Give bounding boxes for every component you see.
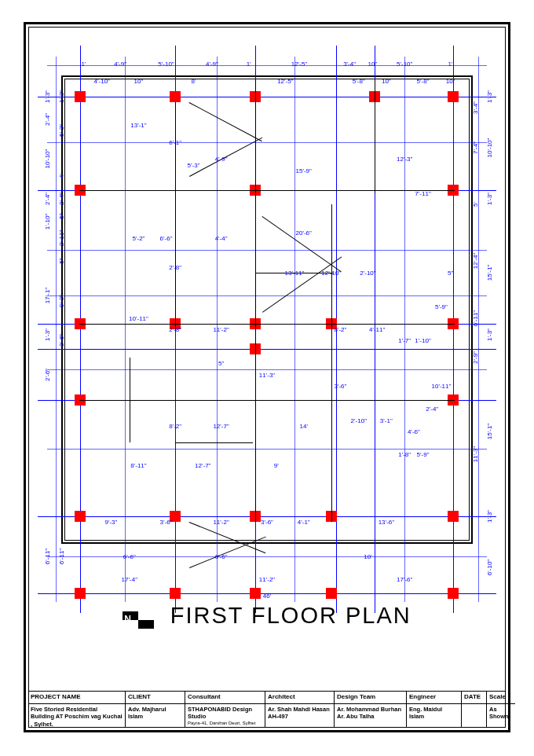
dimension-label: 2'-8" xyxy=(169,263,181,270)
dimension-label: 1'-7" xyxy=(398,337,411,344)
column-marker xyxy=(75,511,86,522)
dimension-label: 1'-10" xyxy=(415,337,430,344)
dimension-label: 6'-6" xyxy=(123,552,136,560)
dimension-label: 1'-3" xyxy=(43,90,50,103)
dimension-label: 5'-8" xyxy=(417,77,430,84)
tb-val-date xyxy=(462,704,487,728)
dimension-label: 6'-10" xyxy=(486,560,493,575)
dimension-label: 5'-8" xyxy=(353,77,365,84)
column-marker xyxy=(75,91,86,102)
column-marker xyxy=(448,588,459,599)
dimension-label: 15'-9" xyxy=(296,167,312,174)
dimension-label: 5" xyxy=(58,213,65,218)
tb-val-architect: Ar. Shah Mahdi HasanAH-497 xyxy=(265,704,335,728)
dimension-label: 1' xyxy=(247,61,251,68)
dimension-label: 2'-4" xyxy=(43,113,50,126)
grid-line-v xyxy=(80,46,81,613)
dimension-label: 2'-4" xyxy=(426,406,438,413)
column-marker xyxy=(448,511,459,522)
dimension-label: 10" xyxy=(446,77,455,84)
dimension-label: 2'-6" xyxy=(43,369,50,381)
plan-title-text: FIRST FLOOR PLAN xyxy=(170,603,411,628)
tb-val-consultant: STHAPONABID Design Studio Payra-41, Dars… xyxy=(185,704,265,728)
dimension-label: 17'-4" xyxy=(122,575,137,582)
dimension-label: 10'-11" xyxy=(129,314,148,321)
tb-val-designteam: Ar. Mohammad BurhanAr. Abu Talha xyxy=(335,704,407,728)
dimension-label: 15'-1" xyxy=(486,424,493,439)
dimension-label: 13'-1" xyxy=(130,122,146,129)
dimension-label: 8'-2" xyxy=(334,326,346,333)
dimension-label: 1' xyxy=(448,61,453,68)
tb-hdr-project: PROJECT NAME xyxy=(28,692,126,704)
tb-hdr-designteam: Design Team xyxy=(335,692,407,704)
dimension-label: 9' xyxy=(274,462,279,469)
dimension-label: 1'-3" xyxy=(486,193,493,205)
dimension-label: 5'-3" xyxy=(188,161,200,168)
dimension-label: 1'-3" xyxy=(486,510,493,523)
dimension-label: 12'-10" xyxy=(321,269,341,276)
dimension-label: 2'-9" xyxy=(471,351,478,364)
tb-hdr-client: CLIENT xyxy=(126,692,185,704)
dimension-label: 5'-2" xyxy=(133,235,145,242)
grid-line-h xyxy=(38,349,496,350)
column-marker xyxy=(75,588,86,599)
tb-val-client: Adv. Majharul Islam xyxy=(126,704,185,728)
dimension-label: 12'-5" xyxy=(291,61,307,68)
dimension-label: 6'-6" xyxy=(215,552,228,560)
dimension-label: 5" xyxy=(448,269,453,276)
dimension-label: 13'-11" xyxy=(285,269,305,276)
dimension-label: 2'-4" xyxy=(43,193,50,205)
dimension-label: 6'-11" xyxy=(58,549,65,564)
grid-line-h xyxy=(38,516,496,517)
dimension-label: 3'-6" xyxy=(58,334,65,347)
dimension-label: 3'-1" xyxy=(380,417,393,424)
tb-val-scale: As Shown xyxy=(487,704,515,728)
dimension-label: 3'-4" xyxy=(471,101,478,114)
column-marker xyxy=(448,91,459,102)
dimension-label: 4'-11" xyxy=(369,326,385,333)
dimension-label: 4'-6" xyxy=(408,428,420,435)
dimension-label: 8'-2" xyxy=(169,422,181,429)
dimension-label: 1'-3" xyxy=(58,90,65,103)
dimension-label: 17'-1" xyxy=(43,287,50,303)
dimension-label: 4'-1" xyxy=(298,519,310,526)
dimension-label: 6'-6" xyxy=(160,235,173,242)
dimension-label: 5' xyxy=(471,202,478,207)
dimension-label: 17'-6" xyxy=(397,575,412,582)
dimension-label: 2'-10" xyxy=(351,417,367,424)
dimension-label: 5'-10" xyxy=(397,61,412,68)
dimension-label: 1'-8" xyxy=(398,450,411,457)
dimension-label: 1'-3" xyxy=(43,328,50,341)
north-arrow-icon: N xyxy=(123,611,160,629)
dimension-label: 12'-7" xyxy=(195,462,210,469)
dimension-label: 5'-3" xyxy=(58,124,65,137)
dimension-label: 2'-11" xyxy=(58,230,65,246)
dimension-label: 11'-3" xyxy=(259,371,275,378)
dimension-label: 6'-11" xyxy=(471,310,478,325)
dimension-label: 5" xyxy=(58,259,65,264)
dimension-label: 9'-3" xyxy=(58,295,65,307)
dimension-label: 2'-4" xyxy=(58,193,65,205)
dimension-label: 12'-4" xyxy=(471,253,478,269)
dimension-label: 4'-9" xyxy=(114,61,126,68)
dimension-label: 12'-5" xyxy=(277,77,293,84)
dimension-label: 4'-10" xyxy=(94,77,110,84)
dimension-label: 2'-10" xyxy=(360,269,375,276)
dimension-label: 1' xyxy=(81,61,86,68)
dimension-label: 11'-2" xyxy=(213,519,229,526)
dimension-label: 11'-2" xyxy=(213,326,229,333)
dimension-label: 3'-4" xyxy=(343,61,356,68)
dimension-label: 4'-4" xyxy=(215,235,228,242)
dimension-label: 10'-11" xyxy=(431,383,451,390)
dimension-label: 8'-11" xyxy=(130,462,146,469)
column-marker xyxy=(170,91,181,102)
tb-hdr-architect: Architect xyxy=(265,692,335,704)
dimension-label: 10" xyxy=(134,77,144,84)
grid-line-v xyxy=(453,46,454,613)
dimension-label: 9'-3" xyxy=(104,519,117,526)
dimension-label: 5'-9" xyxy=(435,303,448,310)
dimension-label: 4'-9" xyxy=(206,61,218,68)
dimension-label: 5'-10" xyxy=(158,61,174,68)
dimension-label: 5'-9" xyxy=(417,450,430,457)
tb-hdr-scale: Scale xyxy=(487,692,515,704)
